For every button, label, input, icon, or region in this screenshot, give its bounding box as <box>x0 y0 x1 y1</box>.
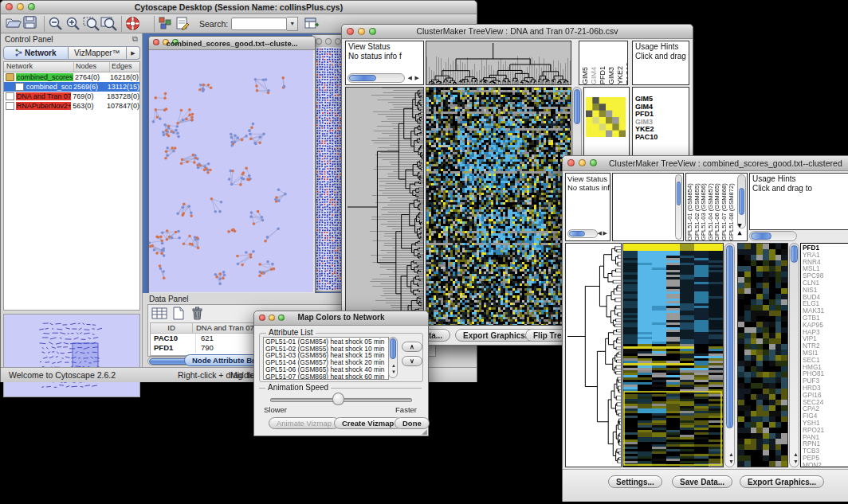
usage-hints-label: Usage Hints <box>635 42 686 52</box>
search-dropdown-button[interactable]: ▼ <box>287 17 298 31</box>
attribute-list-item[interactable]: GPL51-07 (GSM868) heat shock 60 min <box>265 373 387 380</box>
attribute-listbox[interactable]: GPL51-01 (GSM854) heat shock 05 minGPL51… <box>263 337 389 380</box>
tab-network[interactable]: Network <box>3 46 69 60</box>
birdseye-canvas[interactable] <box>4 315 139 397</box>
edges-count: 16218(0) <box>108 73 139 81</box>
column-label[interactable]: GIM4 <box>590 41 598 84</box>
scroll-up-icon[interactable]: ▲ <box>793 451 799 457</box>
column-label[interactable]: YKE2 <box>616 41 624 84</box>
nodes-count: 769(0) <box>71 92 105 100</box>
move-up-button[interactable]: ∧ <box>402 342 422 352</box>
tv2-detail-heatmap[interactable] <box>737 243 788 467</box>
column-label[interactable]: PAC10 <box>625 41 628 84</box>
inactive-close-button[interactable] <box>316 38 322 45</box>
tv1-top-dendrogram[interactable] <box>426 41 571 85</box>
gene-label[interactable]: MON2 <box>803 462 848 467</box>
create-vizmap-button[interactable]: Create Vizmap <box>334 417 402 429</box>
save-session-icon[interactable] <box>23 16 41 32</box>
scroll-left-icon[interactable]: ◀ <box>408 75 412 80</box>
attribute-select-icon[interactable] <box>151 307 169 322</box>
main-title-bar[interactable]: Cytoscape Desktop (Session Name: collins… <box>1 1 477 14</box>
scroll-up-icon[interactable]: ▲ <box>391 363 396 369</box>
tv2-heatmap[interactable] <box>622 243 724 467</box>
tv1-heatmap[interactable] <box>426 87 571 326</box>
search-input[interactable] <box>231 18 287 30</box>
scroll-up-icon[interactable]: ▲ <box>728 451 734 457</box>
network-name: DNA and Tran 07 <box>16 92 72 100</box>
resize-grip-icon[interactable]: ◢ <box>422 428 427 436</box>
network-canvas[interactable] <box>149 50 313 292</box>
row-id: PAC10 <box>151 334 196 343</box>
view-status-label: View Status <box>567 174 608 183</box>
tv2-usage-hints: Usage Hints Click and drag to <box>749 173 848 230</box>
network-tree-icon <box>15 49 22 58</box>
edges-count: 107847(0) <box>105 102 139 110</box>
settings-button[interactable]: Settings... <box>608 475 662 488</box>
inactive-minimize-button[interactable] <box>325 38 332 45</box>
open-file-icon[interactable] <box>6 16 23 32</box>
usage-hints-text: Click and drag to <box>752 184 848 193</box>
scroll-right-icon[interactable]: ▶ <box>415 75 419 80</box>
network-table-header[interactable]: Network Nodes Edges <box>4 62 139 72</box>
tv1-usage-hints: Usage Hints Click and drag to <box>632 41 689 85</box>
network-table-row[interactable]: RNAPuberNov2+563(0)107847(0) <box>4 101 139 111</box>
tv1-status-scrollbar[interactable] <box>347 73 405 83</box>
scroll-down-icon[interactable]: ▼ <box>728 459 734 464</box>
data-col-id[interactable]: ID <box>151 323 193 333</box>
save-data-button[interactable]: Save Data... <box>672 475 732 488</box>
tv2-topdendro-vscrollbar[interactable] <box>675 174 682 240</box>
delete-attribute-icon[interactable] <box>191 307 209 322</box>
float-panel-icon[interactable]: ⧉ <box>132 34 138 44</box>
scroll-right-icon[interactable]: ▶ <box>603 230 607 236</box>
zoom-fit-icon[interactable] <box>100 16 118 32</box>
network-name: combined_scores <box>16 73 73 81</box>
column-label[interactable]: GPL51-08 (GSM872) <box>728 174 736 240</box>
tv2-detail-vscrollbar[interactable]: ▲ ▼ <box>789 243 799 467</box>
zoom-selected-icon[interactable] <box>83 16 100 32</box>
dialog-title-bar[interactable]: Map Colors to Network <box>254 311 428 326</box>
column-label[interactable]: GIM3 <box>607 41 615 84</box>
export-graphics-button[interactable]: Export Graphics... <box>740 475 824 488</box>
nodes-count: 2569(6) <box>72 83 106 91</box>
help-lifesaver-icon[interactable] <box>125 16 143 32</box>
scroll-down-icon[interactable]: ▼ <box>793 459 799 464</box>
tab-vizmapper[interactable]: VizMapper™ <box>69 46 127 60</box>
tv1-correlation-matrix[interactable] <box>586 97 626 137</box>
scroll-left-icon[interactable]: ◀ <box>598 230 602 236</box>
zoom-out-icon[interactable] <box>48 16 65 32</box>
tv2-top-dendrogram[interactable] <box>612 173 684 241</box>
scroll-down-icon[interactable]: ▼ <box>736 229 744 237</box>
scroll-down-icon[interactable]: ▼ <box>391 369 396 375</box>
tv2-status-scrollbar[interactable] <box>567 229 598 238</box>
treeview1-title-bar[interactable]: ClusterMaker TreeView : DNA and Tran 07-… <box>342 25 693 39</box>
inactive-zoom-button[interactable] <box>335 38 341 45</box>
control-panel-title: Control Panel <box>5 35 53 44</box>
animate-vizmap-button[interactable]: Animate Vizmap <box>269 417 340 429</box>
speed-slider-thumb[interactable] <box>332 393 344 405</box>
tv2-left-dendrogram[interactable] <box>565 243 622 467</box>
tab-overflow-button[interactable]: ▶ <box>127 46 140 60</box>
new-attribute-icon[interactable] <box>172 307 190 322</box>
move-down-button[interactable]: ∨ <box>402 356 422 366</box>
annotation-icon[interactable] <box>175 16 193 32</box>
import-table-icon[interactable] <box>304 16 322 32</box>
animation-speed-label: Animation Speed <box>265 383 331 392</box>
treeview2-title-bar[interactable]: ClusterMaker TreeView : combined_scores_… <box>563 156 848 171</box>
network-table-row[interactable]: combined_sco2569(6)13112(15) <box>4 82 139 92</box>
column-label[interactable]: GIM5 <box>581 41 589 84</box>
vizmapper-nodes-icon[interactable] <box>158 16 175 32</box>
gene-label[interactable]: PAC10 <box>635 134 689 142</box>
tv2-heatmap-vscrollbar[interactable]: ▲ ▼ <box>724 243 735 467</box>
tv2-usage-scrollbar[interactable] <box>749 231 797 241</box>
birdseye-view[interactable] <box>3 314 140 397</box>
tv1-left-dendrogram[interactable] <box>345 87 424 326</box>
attribute-list-scrollbar[interactable]: ▲ ▼ <box>388 337 398 378</box>
network-table-row[interactable]: DNA and Tran 07769(0)183728(0) <box>4 92 139 101</box>
zoom-in-icon[interactable] <box>65 16 83 32</box>
column-label[interactable]: PFD1 <box>599 41 607 84</box>
tv2-labels-vscrollbar[interactable] <box>737 174 746 229</box>
file-icon <box>6 102 14 110</box>
attribute-list-group: Attribute List GPL51-01 (GSM854) heat sh… <box>259 333 423 382</box>
data-panel-title: Data Panel <box>149 295 188 303</box>
network-table-row[interactable]: combined_scores2764(0)16218(0) <box>4 72 139 82</box>
